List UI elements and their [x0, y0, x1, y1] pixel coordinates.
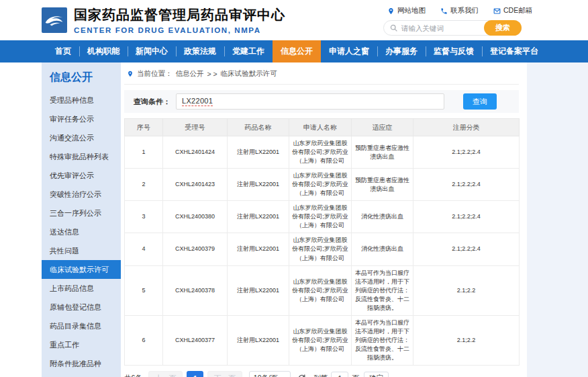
cell-drug-name: 注射用LX22001 — [228, 265, 289, 315]
nav-item-services[interactable]: 办事服务 — [377, 40, 426, 62]
cde-logo-icon — [42, 7, 67, 33]
cell-acceptance-no: CXHL2400380 — [163, 201, 228, 233]
cell-index: 1 — [125, 136, 163, 169]
col-header-drug-name: 药品名称 — [228, 119, 289, 136]
cell-registration-class: 2.1;2.2;2.4 — [413, 233, 520, 265]
search-button[interactable]: 搜索 — [484, 20, 522, 36]
cell-index: 4 — [125, 233, 163, 265]
cell-index: 2 — [125, 169, 163, 201]
header-right: 网站地图 联系我们 CDE邮箱 搜索 — [383, 6, 522, 36]
table-row: 5 CXHL2400378 注射用LX22001 山东罗欣药业集团股份有限公司;… — [125, 265, 520, 315]
current-page-button[interactable]: 1 — [187, 371, 203, 377]
cell-drug-name: 注射用LX22001 — [228, 315, 289, 365]
nav-item-info-disclosure[interactable]: 信息公开 — [273, 40, 321, 62]
query-input[interactable]: LX22001 — [176, 93, 444, 110]
goto-page-input[interactable] — [331, 372, 348, 377]
query-input-value: LX22001 — [182, 97, 213, 106]
results-table: 序号 受理号 药品名称 申请人名称 适应症 注册分类 1 CXHL2401424… — [124, 118, 520, 366]
breadcrumb-pin-icon — [127, 70, 134, 78]
goto-page-label: 到第 — [313, 374, 328, 377]
cell-drug-name: 注射用LX22001 — [228, 136, 289, 169]
sidebar-item-key-work[interactable]: 重点工作 — [42, 335, 121, 354]
cell-registration-class: 2.1;2.2 — [413, 315, 520, 365]
mailbox-label: CDE邮箱 — [503, 6, 532, 15]
site-header: 国家药品监督管理局药品审评中心 CENTER FOR DRUG EVALUATI… — [0, 0, 588, 40]
col-header-indication: 适应症 — [352, 119, 413, 136]
sidebar-item-excipient-registration[interactable]: 原辅包登记信息 — [42, 298, 121, 317]
sidebar-item-breakthrough-therapy[interactable]: 突破性治疗公示 — [42, 185, 121, 204]
cell-drug-name: 注射用LX22001 — [228, 169, 289, 201]
site-title: 国家药品监督管理局药品审评中心 — [74, 6, 285, 24]
breadcrumb: 当前位置： 信息公开 > > 临床试验默示许可 — [124, 67, 519, 85]
sidebar-title: 信息公开 — [42, 71, 121, 85]
nav-item-functions[interactable]: 机构职能 — [79, 40, 128, 62]
header-search: 搜索 — [383, 20, 522, 36]
col-header-acceptance-no: 受理号 — [163, 119, 228, 136]
breadcrumb-prefix: 当前位置： — [137, 69, 173, 79]
prev-page-button[interactable]: 上一页 — [148, 371, 183, 377]
col-header-registration-class: 注册分类 — [413, 119, 520, 136]
sidebar-item-clinical-trial-implied-license[interactable]: 临床试验默示许可 — [42, 260, 121, 279]
col-header-applicant: 申请人名称 — [289, 119, 352, 136]
cell-indication: 预防重症患者应激性溃疡出血 — [352, 136, 413, 169]
contact-link[interactable]: 联系我们 — [440, 6, 479, 15]
phone-icon — [440, 7, 448, 15]
refresh-icon[interactable] — [297, 374, 307, 377]
table-row: 4 CXHL2400379 注射用LX22001 山东罗欣药业集团股份有限公司;… — [125, 233, 520, 265]
table-row: 6 CXHL2400377 注射用LX22001 山东罗欣药业集团股份有限公司;… — [125, 315, 520, 365]
pagination: 共6条 上一页 1 下一页 10条/页 到第 页 确定 — [124, 371, 519, 377]
cell-applicant: 山东罗欣药业集团股份有限公司;罗欣药业（上海）有限公司 — [289, 265, 352, 315]
sidebar-item-delivery-info[interactable]: 送达信息 — [42, 222, 121, 241]
nav-item-policies[interactable]: 政策法规 — [176, 40, 224, 62]
goto-confirm-button[interactable]: 确定 — [364, 372, 389, 377]
sidebar-item-conditional-approval[interactable]: 附条件批准品种 — [42, 354, 121, 373]
sidebar-item-communication[interactable]: 沟通交流公示 — [42, 128, 121, 147]
nav-item-home[interactable]: 首页 — [47, 40, 79, 62]
sidebar-item-review-tasks[interactable]: 审评任务公示 — [42, 110, 121, 128]
cell-applicant: 山东罗欣药业集团股份有限公司;罗欣药业（上海）有限公司 — [289, 315, 352, 365]
cell-indication: 消化性溃疡出血 — [352, 233, 413, 265]
col-header-index: 序号 — [125, 119, 163, 136]
breadcrumb-current[interactable]: 临床试验默示许可 — [221, 69, 277, 79]
table-row: 1 CXHL2401424 注射用LX22001 山东罗欣药业集团股份有限公司;… — [125, 136, 520, 169]
cell-index: 3 — [125, 201, 163, 233]
page-size-select[interactable]: 10条/页 — [249, 371, 291, 377]
sidebar-item-drug-catalog[interactable]: 药品目录集信息 — [42, 317, 121, 335]
cell-drug-name: 注射用LX22001 — [228, 233, 289, 265]
sidebar-item-common-issues[interactable]: 共性问题 — [42, 241, 121, 260]
cell-index: 5 — [125, 265, 163, 315]
nav-item-registration-platform[interactable]: 登记备案平台 — [482, 40, 546, 62]
cell-drug-name: 注射用LX22001 — [228, 201, 289, 233]
cell-acceptance-no: CXHL2401423 — [163, 169, 228, 201]
sidebar-item-special-approval[interactable]: 特殊审批品种列表 — [42, 147, 121, 166]
cell-indication: 预防重症患者应激性溃疡出血 — [352, 169, 413, 201]
breadcrumb-section[interactable]: 信息公开 — [176, 69, 204, 79]
query-panel: 查询条件： LX22001 查询 — [124, 90, 519, 113]
nav-item-applicant-window[interactable]: 申请人之窗 — [321, 40, 377, 62]
search-icon — [389, 24, 398, 32]
nav-item-news[interactable]: 新闻中心 — [128, 40, 176, 62]
cell-registration-class: 2.1;2.2 — [413, 265, 520, 315]
breadcrumb-separator: > > — [207, 70, 217, 78]
mailbox-link[interactable]: CDE邮箱 — [493, 6, 532, 15]
sidebar-item-accepted-products[interactable]: 受理品种信息 — [42, 91, 121, 110]
pagination-total: 共6条 — [124, 374, 142, 377]
nav-item-supervision[interactable]: 监督与反馈 — [426, 40, 482, 62]
next-page-button[interactable]: 下一页 — [207, 371, 242, 377]
cell-indication: 消化性溃疡出血 — [352, 201, 413, 233]
nav-item-party[interactable]: 党建工作 — [224, 40, 273, 62]
cell-indication: 本品可作为当口服疗法不适用时，用于下列病症的替代疗法：反流性食管炎、十二指肠溃疡… — [352, 265, 413, 315]
cell-acceptance-no: CXHL2400379 — [163, 233, 228, 265]
contact-label: 联系我们 — [450, 6, 479, 15]
query-button[interactable]: 查询 — [463, 93, 497, 110]
cell-acceptance-no: CXHL2400377 — [163, 315, 228, 365]
cell-applicant: 山东罗欣药业集团股份有限公司;罗欣药业（上海）有限公司 — [289, 136, 352, 169]
cell-applicant: 山东罗欣药业集团股份有限公司;罗欣药业（上海）有限公司 — [289, 201, 352, 233]
sitemap-link[interactable]: 网站地图 — [387, 6, 426, 15]
brand-block: 国家药品监督管理局药品审评中心 CENTER FOR DRUG EVALUATI… — [74, 6, 285, 34]
cell-acceptance-no: CXHL2401424 — [163, 136, 228, 169]
sidebar-item-priority-review[interactable]: 优先审评公示 — [42, 166, 121, 185]
quick-links: 网站地图 联系我们 CDE邮箱 — [383, 6, 522, 15]
sidebar-item-marketed-drugs[interactable]: 上市药品信息 — [42, 279, 121, 298]
sidebar-item-three-in-one[interactable]: 三合一序列公示 — [42, 204, 121, 222]
